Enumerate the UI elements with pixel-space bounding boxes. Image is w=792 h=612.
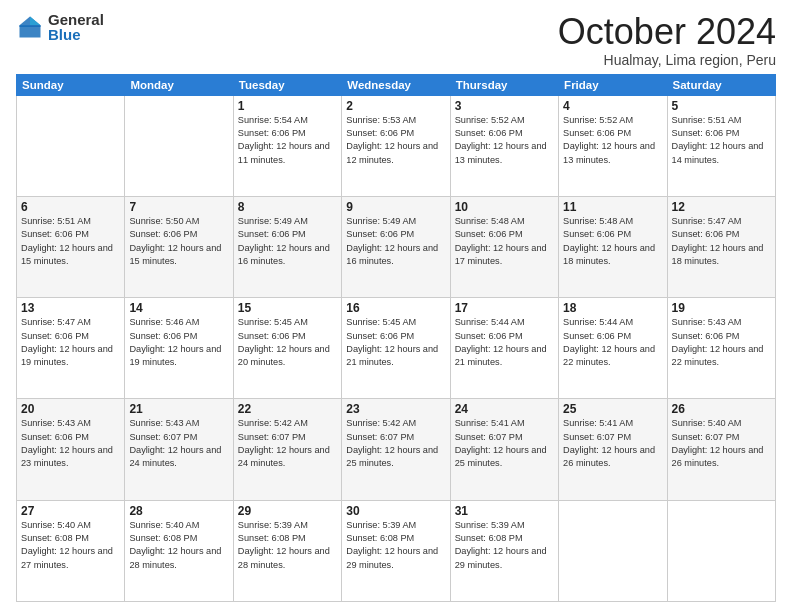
logo: General Blue — [16, 12, 104, 42]
week-row-0: 1Sunrise: 5:54 AM Sunset: 6:06 PM Daylig… — [17, 95, 776, 196]
day-info: Sunrise: 5:40 AM Sunset: 6:07 PM Dayligh… — [672, 417, 771, 470]
day-info: Sunrise: 5:39 AM Sunset: 6:08 PM Dayligh… — [238, 519, 337, 572]
day-number: 20 — [21, 402, 120, 416]
day-info: Sunrise: 5:45 AM Sunset: 6:06 PM Dayligh… — [238, 316, 337, 369]
location: Hualmay, Lima region, Peru — [558, 52, 776, 68]
day-cell: 18Sunrise: 5:44 AM Sunset: 6:06 PM Dayli… — [559, 298, 667, 399]
day-number: 10 — [455, 200, 554, 214]
day-cell: 11Sunrise: 5:48 AM Sunset: 6:06 PM Dayli… — [559, 196, 667, 297]
calendar: Sunday Monday Tuesday Wednesday Thursday… — [16, 74, 776, 602]
day-info: Sunrise: 5:43 AM Sunset: 6:07 PM Dayligh… — [129, 417, 228, 470]
day-number: 14 — [129, 301, 228, 315]
day-number: 3 — [455, 99, 554, 113]
week-row-3: 20Sunrise: 5:43 AM Sunset: 6:06 PM Dayli… — [17, 399, 776, 500]
day-info: Sunrise: 5:40 AM Sunset: 6:08 PM Dayligh… — [129, 519, 228, 572]
logo-general: General — [48, 12, 104, 27]
day-number: 28 — [129, 504, 228, 518]
day-number: 5 — [672, 99, 771, 113]
day-cell: 21Sunrise: 5:43 AM Sunset: 6:07 PM Dayli… — [125, 399, 233, 500]
day-cell: 15Sunrise: 5:45 AM Sunset: 6:06 PM Dayli… — [233, 298, 341, 399]
title-block: October 2024 Hualmay, Lima region, Peru — [558, 12, 776, 68]
day-cell: 12Sunrise: 5:47 AM Sunset: 6:06 PM Dayli… — [667, 196, 775, 297]
day-info: Sunrise: 5:46 AM Sunset: 6:06 PM Dayligh… — [129, 316, 228, 369]
day-cell: 30Sunrise: 5:39 AM Sunset: 6:08 PM Dayli… — [342, 500, 450, 601]
day-cell: 2Sunrise: 5:53 AM Sunset: 6:06 PM Daylig… — [342, 95, 450, 196]
day-number: 24 — [455, 402, 554, 416]
day-cell: 26Sunrise: 5:40 AM Sunset: 6:07 PM Dayli… — [667, 399, 775, 500]
day-info: Sunrise: 5:42 AM Sunset: 6:07 PM Dayligh… — [238, 417, 337, 470]
day-info: Sunrise: 5:53 AM Sunset: 6:06 PM Dayligh… — [346, 114, 445, 167]
day-cell: 19Sunrise: 5:43 AM Sunset: 6:06 PM Dayli… — [667, 298, 775, 399]
day-number: 11 — [563, 200, 662, 214]
day-cell: 27Sunrise: 5:40 AM Sunset: 6:08 PM Dayli… — [17, 500, 125, 601]
day-cell: 24Sunrise: 5:41 AM Sunset: 6:07 PM Dayli… — [450, 399, 558, 500]
week-row-2: 13Sunrise: 5:47 AM Sunset: 6:06 PM Dayli… — [17, 298, 776, 399]
day-info: Sunrise: 5:44 AM Sunset: 6:06 PM Dayligh… — [455, 316, 554, 369]
day-cell: 17Sunrise: 5:44 AM Sunset: 6:06 PM Dayli… — [450, 298, 558, 399]
day-number: 30 — [346, 504, 445, 518]
week-row-4: 27Sunrise: 5:40 AM Sunset: 6:08 PM Dayli… — [17, 500, 776, 601]
day-info: Sunrise: 5:41 AM Sunset: 6:07 PM Dayligh… — [455, 417, 554, 470]
day-number: 23 — [346, 402, 445, 416]
day-info: Sunrise: 5:51 AM Sunset: 6:06 PM Dayligh… — [21, 215, 120, 268]
day-info: Sunrise: 5:52 AM Sunset: 6:06 PM Dayligh… — [455, 114, 554, 167]
col-wednesday: Wednesday — [342, 74, 450, 95]
day-cell: 31Sunrise: 5:39 AM Sunset: 6:08 PM Dayli… — [450, 500, 558, 601]
day-cell: 10Sunrise: 5:48 AM Sunset: 6:06 PM Dayli… — [450, 196, 558, 297]
day-info: Sunrise: 5:39 AM Sunset: 6:08 PM Dayligh… — [455, 519, 554, 572]
day-number: 1 — [238, 99, 337, 113]
svg-marker-1 — [30, 17, 41, 26]
day-info: Sunrise: 5:49 AM Sunset: 6:06 PM Dayligh… — [238, 215, 337, 268]
day-info: Sunrise: 5:41 AM Sunset: 6:07 PM Dayligh… — [563, 417, 662, 470]
day-info: Sunrise: 5:47 AM Sunset: 6:06 PM Dayligh… — [672, 215, 771, 268]
day-cell: 20Sunrise: 5:43 AM Sunset: 6:06 PM Dayli… — [17, 399, 125, 500]
day-cell: 3Sunrise: 5:52 AM Sunset: 6:06 PM Daylig… — [450, 95, 558, 196]
day-cell: 8Sunrise: 5:49 AM Sunset: 6:06 PM Daylig… — [233, 196, 341, 297]
logo-text: General Blue — [48, 12, 104, 42]
day-number: 9 — [346, 200, 445, 214]
day-cell: 7Sunrise: 5:50 AM Sunset: 6:06 PM Daylig… — [125, 196, 233, 297]
day-info: Sunrise: 5:48 AM Sunset: 6:06 PM Dayligh… — [563, 215, 662, 268]
col-saturday: Saturday — [667, 74, 775, 95]
day-number: 25 — [563, 402, 662, 416]
day-info: Sunrise: 5:44 AM Sunset: 6:06 PM Dayligh… — [563, 316, 662, 369]
day-number: 2 — [346, 99, 445, 113]
day-number: 16 — [346, 301, 445, 315]
day-info: Sunrise: 5:45 AM Sunset: 6:06 PM Dayligh… — [346, 316, 445, 369]
day-cell: 1Sunrise: 5:54 AM Sunset: 6:06 PM Daylig… — [233, 95, 341, 196]
day-info: Sunrise: 5:43 AM Sunset: 6:06 PM Dayligh… — [21, 417, 120, 470]
day-cell: 9Sunrise: 5:49 AM Sunset: 6:06 PM Daylig… — [342, 196, 450, 297]
day-cell — [559, 500, 667, 601]
day-cell: 5Sunrise: 5:51 AM Sunset: 6:06 PM Daylig… — [667, 95, 775, 196]
day-cell: 14Sunrise: 5:46 AM Sunset: 6:06 PM Dayli… — [125, 298, 233, 399]
day-number: 18 — [563, 301, 662, 315]
day-cell: 16Sunrise: 5:45 AM Sunset: 6:06 PM Dayli… — [342, 298, 450, 399]
day-number: 27 — [21, 504, 120, 518]
col-thursday: Thursday — [450, 74, 558, 95]
col-tuesday: Tuesday — [233, 74, 341, 95]
day-info: Sunrise: 5:52 AM Sunset: 6:06 PM Dayligh… — [563, 114, 662, 167]
day-number: 21 — [129, 402, 228, 416]
day-cell: 13Sunrise: 5:47 AM Sunset: 6:06 PM Dayli… — [17, 298, 125, 399]
header: General Blue October 2024 Hualmay, Lima … — [16, 12, 776, 68]
day-info: Sunrise: 5:43 AM Sunset: 6:06 PM Dayligh… — [672, 316, 771, 369]
day-info: Sunrise: 5:54 AM Sunset: 6:06 PM Dayligh… — [238, 114, 337, 167]
day-number: 26 — [672, 402, 771, 416]
day-info: Sunrise: 5:49 AM Sunset: 6:06 PM Dayligh… — [346, 215, 445, 268]
day-info: Sunrise: 5:39 AM Sunset: 6:08 PM Dayligh… — [346, 519, 445, 572]
day-cell: 6Sunrise: 5:51 AM Sunset: 6:06 PM Daylig… — [17, 196, 125, 297]
week-row-1: 6Sunrise: 5:51 AM Sunset: 6:06 PM Daylig… — [17, 196, 776, 297]
day-cell: 29Sunrise: 5:39 AM Sunset: 6:08 PM Dayli… — [233, 500, 341, 601]
day-cell: 25Sunrise: 5:41 AM Sunset: 6:07 PM Dayli… — [559, 399, 667, 500]
day-cell — [17, 95, 125, 196]
day-info: Sunrise: 5:48 AM Sunset: 6:06 PM Dayligh… — [455, 215, 554, 268]
day-info: Sunrise: 5:47 AM Sunset: 6:06 PM Dayligh… — [21, 316, 120, 369]
day-number: 13 — [21, 301, 120, 315]
day-number: 4 — [563, 99, 662, 113]
day-number: 29 — [238, 504, 337, 518]
day-cell: 28Sunrise: 5:40 AM Sunset: 6:08 PM Dayli… — [125, 500, 233, 601]
day-number: 12 — [672, 200, 771, 214]
page: General Blue October 2024 Hualmay, Lima … — [0, 0, 792, 612]
day-info: Sunrise: 5:40 AM Sunset: 6:08 PM Dayligh… — [21, 519, 120, 572]
day-number: 8 — [238, 200, 337, 214]
